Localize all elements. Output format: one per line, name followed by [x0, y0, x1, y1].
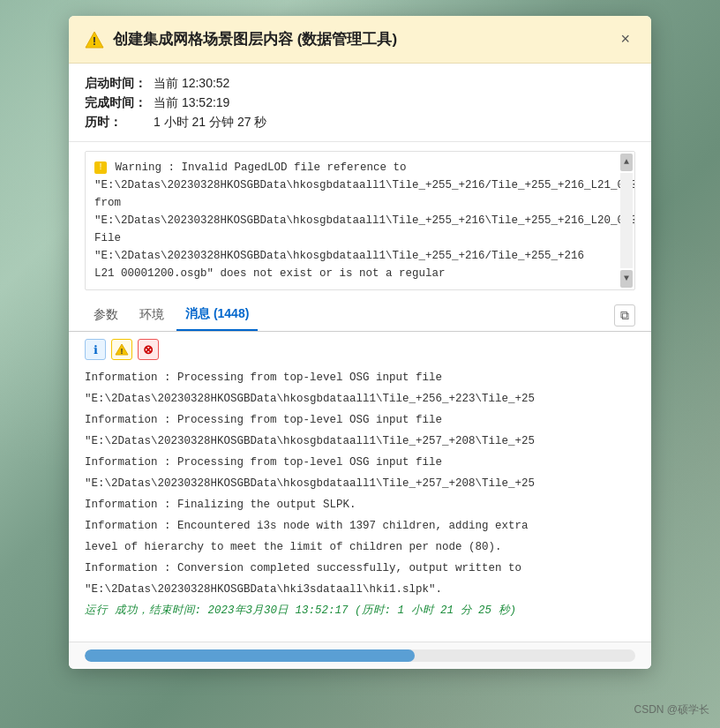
list-item: Information : Conversion completed succe…: [85, 558, 635, 579]
copy-button[interactable]: ⧉: [614, 304, 635, 326]
list-item: "E:\2Datas\20230328HKOSGBData\hkosgbdata…: [85, 388, 635, 409]
close-button[interactable]: ×: [615, 28, 635, 50]
elapsed-label: 历时：: [85, 115, 148, 131]
list-item: Information : Processing from top-level …: [85, 409, 635, 431]
list-item: Information : Processing from top-level …: [85, 367, 635, 388]
list-item: "E:\2Datas\20230328HKOSGBData\hkosgbdata…: [85, 473, 635, 494]
title-bar: ! 创建集成网格场景图层内容 (数据管理工具) ×: [69, 16, 651, 64]
error-icon: ⊗: [143, 342, 154, 356]
messages-scroll[interactable]: Information : Processing from top-level …: [69, 367, 651, 642]
scroll-down-arrow[interactable]: ▼: [620, 270, 633, 288]
warn-triangle-icon: !: [115, 343, 129, 356]
progress-fill: [85, 649, 415, 662]
list-item: Information : Processing from top-level …: [85, 452, 635, 473]
progress-track: [85, 649, 635, 662]
warning-icon: !: [85, 30, 104, 49]
bottom-bar: [69, 642, 651, 669]
svg-text:!: !: [121, 347, 124, 356]
tab-params-label: 参数: [94, 307, 118, 321]
warning-box: ! Warning : Invalid PagedLOD file refere…: [85, 151, 635, 290]
warn-icon-small: !: [94, 161, 107, 174]
end-value: 当前 13:52:19: [154, 95, 229, 111]
svg-text:!: !: [93, 34, 96, 48]
tab-env[interactable]: 环境: [131, 300, 173, 330]
info-section: 启动时间： 当前 12:30:52 完成时间： 当前 13:52:19 历时： …: [69, 64, 651, 142]
info-icon: ℹ: [94, 343, 98, 356]
main-dialog: ! 创建集成网格场景图层内容 (数据管理工具) × 启动时间： 当前 12:30…: [69, 16, 651, 669]
tab-params[interactable]: 参数: [85, 300, 127, 330]
tab-messages-label: 消息 (1448): [185, 306, 249, 320]
dialog-title: 创建集成网格场景图层内容 (数据管理工具): [113, 29, 606, 49]
list-item: 运行 成功，结束时间: 2023年3月30日 13:52:17 (历时: 1 小…: [85, 600, 635, 621]
filter-bar: ℹ ! ⊗: [69, 332, 651, 364]
start-time-row: 启动时间： 当前 12:30:52: [85, 76, 635, 92]
list-item: Information : Encountered i3s node with …: [85, 515, 635, 537]
list-item: "E:\2Datas\20230328HKOSGBData\hkosgbdata…: [85, 431, 635, 452]
filter-info-button[interactable]: ℹ: [85, 339, 106, 360]
messages-area: Information : Processing from top-level …: [69, 364, 651, 642]
end-time-row: 完成时间： 当前 13:52:19: [85, 95, 635, 111]
warning-message: Warning : Invalid PagedLOD file referenc…: [94, 161, 635, 280]
warning-text-content: ! Warning : Invalid PagedLOD file refere…: [94, 159, 626, 282]
list-item: Information : Finalizing the output SLPK…: [85, 494, 635, 515]
tab-messages[interactable]: 消息 (1448): [176, 299, 258, 331]
filter-warn-button[interactable]: !: [111, 339, 132, 360]
warning-scrollbar[interactable]: ▲ ▼: [620, 154, 633, 288]
tabs-bar: 参数 环境 消息 (1448) ⧉: [69, 299, 651, 332]
scroll-up-arrow[interactable]: ▲: [620, 154, 633, 171]
start-label: 启动时间：: [85, 76, 148, 92]
tab-env-label: 环境: [139, 307, 164, 321]
list-item: "E:\2Datas\20230328HKOSGBData\hki3sdataa…: [85, 579, 635, 600]
elapsed-row: 历时： 1 小时 21 分钟 27 秒: [85, 115, 635, 131]
end-label: 完成时间：: [85, 95, 148, 111]
scroll-track: [620, 173, 633, 268]
elapsed-value: 1 小时 21 分钟 27 秒: [154, 115, 266, 131]
dialog-overlay: ! 创建集成网格场景图层内容 (数据管理工具) × 启动时间： 当前 12:30…: [0, 0, 720, 728]
start-value: 当前 12:30:52: [154, 76, 229, 92]
list-item: level of hierarchy to meet the limit of …: [85, 537, 635, 558]
filter-error-button[interactable]: ⊗: [138, 339, 159, 360]
